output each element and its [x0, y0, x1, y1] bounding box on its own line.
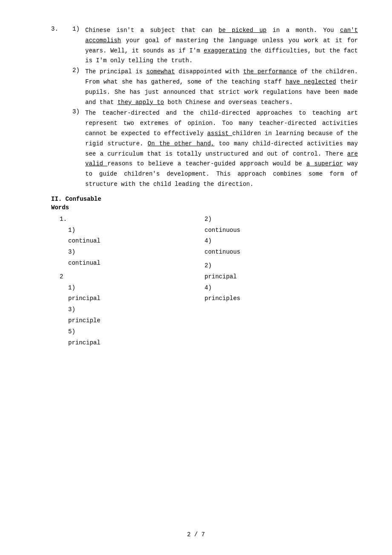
- item-3-1: 1) Chinese isn't a subject that can be p…: [72, 26, 358, 66]
- item-text-3-3: The teacher-directed and the child-direc…: [85, 108, 358, 189]
- confusable-2-principal-1: principal: [51, 294, 205, 304]
- item-label-3-2: 2): [72, 67, 85, 107]
- confusable-1-1: 1): [51, 225, 205, 236]
- page-number: 2 / 7: [187, 531, 205, 538]
- confusable-grid: 1. 1) continual 3) continual 2 1) princi…: [51, 214, 358, 349]
- item-3-2: 2) The principal is somewhat disappointe…: [72, 67, 358, 107]
- confusable-2-label: 2: [51, 272, 205, 282]
- item-text-3-2: The principal is somewhat disappointed w…: [85, 67, 358, 107]
- confusable-1-label: 1.: [51, 214, 205, 225]
- section-ii: II. Confusable: [51, 196, 358, 202]
- section-ii-title: II. Confusable: [51, 196, 358, 202]
- section-content: 1) Chinese isn't a subject that can be p…: [72, 26, 358, 191]
- confusable-r-1-continuous-2: continuous: [205, 225, 358, 236]
- confusable-1-continual-3: continual: [51, 258, 205, 269]
- item-label-3-3: 3): [72, 108, 85, 189]
- confusable-2-5: 5): [51, 327, 205, 337]
- page-footer: 2 / 7: [0, 531, 392, 538]
- confusable-2-1: 1): [51, 283, 205, 293]
- item-label-3-1: 1): [72, 26, 85, 66]
- confusable-r-2-2: 2): [205, 261, 358, 271]
- confusable-r-1-2: 2): [205, 214, 358, 225]
- confusable-section: Words 1. 1) continual 3) continual 2 1) …: [51, 204, 358, 349]
- confusable-1-3: 3): [51, 247, 205, 257]
- confusable-1-continual-1: continual: [51, 236, 205, 246]
- confusable-left-col: 1. 1) continual 3) continual 2 1) princi…: [51, 214, 205, 349]
- section-3: 3. 1) Chinese isn't a subject that can b…: [51, 26, 358, 191]
- confusable-r-1-continuous-4: continuous: [205, 247, 358, 257]
- confusable-r-1-4: 4): [205, 236, 358, 246]
- confusable-right-col: 2) continuous 4) continuous 2) principal…: [205, 214, 358, 349]
- confusable-title: Words: [51, 204, 358, 211]
- confusable-2-3: 3): [51, 305, 205, 315]
- confusable-r-2-4: 4): [205, 283, 358, 293]
- confusable-2-principal-5: principal: [51, 338, 205, 348]
- page: 3. 1) Chinese isn't a subject that can b…: [0, 0, 392, 555]
- item-3-3: 3) The teacher-directed and the child-di…: [72, 108, 358, 189]
- confusable-2-principle-3: principle: [51, 316, 205, 326]
- confusable-r-2-principal-2: principal: [205, 272, 358, 282]
- section-number: 3.: [51, 26, 72, 191]
- item-text-3-1: Chinese isn't a subject that can be pick…: [85, 26, 358, 66]
- confusable-r-2-principles-4: principles: [205, 294, 358, 304]
